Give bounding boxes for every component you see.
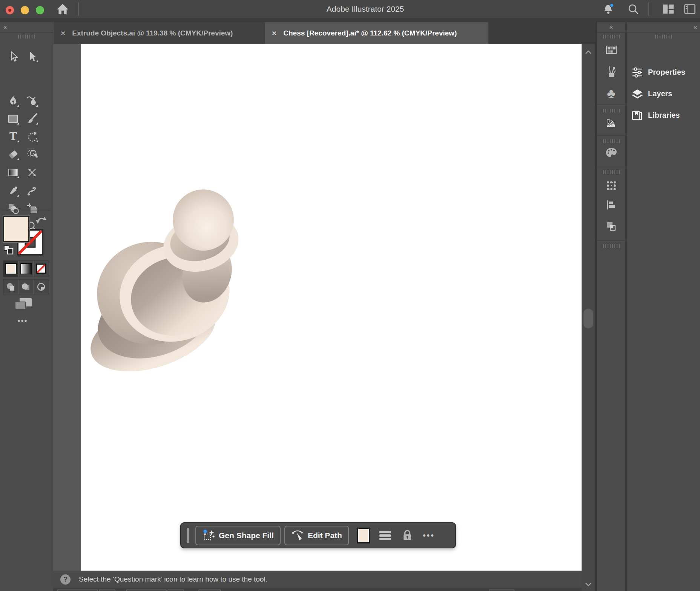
eyedropper-tool-icon[interactable]	[6, 183, 21, 199]
stroke-options-icon[interactable]	[378, 530, 392, 541]
drawing-mode-buttons	[3, 279, 49, 294]
window-seam	[0, 18, 700, 22]
brushes-icon[interactable]	[603, 64, 620, 79]
swatch-grid-icon[interactable]	[603, 42, 620, 57]
more-options-button[interactable]: •••	[423, 531, 435, 540]
pen-tool-icon[interactable]	[6, 94, 21, 109]
clipped-control	[99, 589, 115, 591]
swap-fill-stroke-icon[interactable]	[36, 215, 47, 225]
scroll-down-icon[interactable]	[585, 582, 592, 587]
tab-label: Layers	[648, 89, 672, 98]
titlebar-divider	[78, 2, 79, 16]
transform-icon[interactable]	[603, 178, 620, 193]
app-title: Adobe Illustrator 2025	[316, 0, 415, 18]
illustrator-window: Adobe Illustrator 2025 « × Extrude Objec…	[0, 0, 700, 591]
symbols-panel-icon[interactable]: ♣	[603, 86, 620, 101]
scrollbar-thumb[interactable]	[583, 309, 593, 328]
close-tab-icon[interactable]: ×	[61, 29, 65, 38]
document-tab-extrude[interactable]: × Extrude Objects.ai @ 119.38 % (CMYK/Pr…	[54, 22, 265, 44]
scroll-up-icon[interactable]	[585, 50, 592, 54]
status-message: Select the ‘Question mark’ icon to learn…	[79, 575, 267, 583]
zoom-window-button[interactable]	[36, 6, 44, 14]
properties-icon	[632, 67, 643, 78]
lock-icon[interactable]	[402, 529, 413, 542]
direct-selection-tool-icon[interactable]	[25, 49, 40, 64]
chess-pawn-artwork[interactable]	[53, 44, 582, 571]
tools-panel-collapse[interactable]: «	[0, 22, 53, 32]
gradient-fill-button[interactable]	[18, 261, 34, 277]
home-icon[interactable]	[56, 3, 69, 15]
draw-normal-icon[interactable]	[3, 280, 18, 294]
titlebar-divider	[648, 2, 649, 16]
dock-collapse[interactable]: «	[627, 22, 700, 32]
help-question-icon[interactable]: ?	[60, 574, 71, 585]
gradient-tool-icon[interactable]	[6, 165, 21, 180]
document-tab-chess[interactable]: × Chess [Recovered].ai* @ 112.62 % (CMYK…	[265, 22, 488, 44]
close-tab-icon[interactable]: ×	[272, 29, 276, 38]
rail-collapse[interactable]: «	[597, 22, 625, 33]
paintbrush-tool-icon[interactable]	[25, 111, 40, 126]
tab-layers[interactable]: Layers	[627, 83, 700, 105]
color-fill-button[interactable]	[3, 261, 18, 277]
generative-shape-fill-icon	[202, 529, 215, 542]
shape-builder-tool-icon[interactable]	[25, 147, 40, 162]
eraser-tool-icon[interactable]	[6, 147, 21, 162]
tab-label: Extrude Objects.ai @ 119.38 % (CMYK/Prev…	[72, 29, 233, 37]
rectangle-tool-icon[interactable]	[6, 111, 21, 126]
minimize-window-button[interactable]	[21, 6, 29, 14]
tools-panel: T	[0, 33, 53, 591]
rotate-tool-icon[interactable]	[25, 129, 40, 144]
arrange-documents-icon[interactable]	[662, 4, 675, 14]
tab-label: Libraries	[648, 111, 680, 120]
tab-properties[interactable]: Properties	[627, 62, 700, 83]
workspace-switcher-icon[interactable]	[683, 4, 696, 14]
collapse-chevrons-icon: «	[3, 24, 7, 30]
vertical-scrollbar[interactable]	[582, 44, 595, 591]
panel-grip-handle[interactable]	[603, 139, 620, 143]
arrange-icon[interactable]	[603, 219, 620, 234]
search-icon[interactable]	[627, 3, 640, 15]
fill-color-swatch[interactable]	[357, 528, 370, 543]
edit-path-button[interactable]: Edit Path	[284, 526, 349, 545]
tab-libraries[interactable]: Libraries	[627, 105, 700, 126]
panel-grip-handle[interactable]	[655, 35, 672, 38]
width-tool-icon[interactable]	[25, 165, 40, 180]
drag-handle[interactable]	[187, 528, 189, 543]
no-fill-button[interactable]	[34, 261, 49, 277]
blend-tool-icon[interactable]	[25, 183, 40, 199]
notifications-bell-icon[interactable]	[602, 3, 615, 15]
clipped-control	[126, 589, 167, 591]
fill-color-indicator[interactable]	[3, 216, 29, 242]
default-fill-stroke-icon[interactable]	[3, 245, 14, 255]
selection-tool-icon[interactable]	[6, 49, 21, 64]
rail-divider	[597, 105, 625, 105]
symbols-tool-icon[interactable]	[6, 201, 21, 216]
align-icon[interactable]	[603, 197, 620, 212]
status-bar: ? Select the ‘Question mark’ icon to lea…	[53, 571, 582, 588]
draw-behind-icon[interactable]	[18, 280, 34, 294]
panel-grip-handle[interactable]	[603, 244, 620, 248]
color-palette-icon[interactable]	[603, 145, 620, 160]
panel-grip-handle[interactable]	[603, 170, 620, 174]
color-guide-icon[interactable]	[603, 115, 620, 130]
layers-icon	[632, 89, 643, 99]
close-window-button[interactable]	[6, 6, 14, 14]
document-canvas[interactable]: Gen Shape Fill Edit Path •••	[53, 44, 582, 571]
more-tools-button[interactable]: •••	[11, 317, 34, 325]
gen-shape-fill-button[interactable]: Gen Shape Fill	[195, 526, 281, 545]
clipped-control	[57, 589, 98, 591]
panel-grip-handle[interactable]	[18, 35, 35, 38]
curvature-tool-icon[interactable]	[25, 94, 40, 109]
title-bar: Adobe Illustrator 2025	[0, 0, 700, 18]
type-tool-icon[interactable]: T	[6, 129, 21, 144]
fill-type-buttons	[3, 260, 49, 277]
panel-icon-rail: « ♣	[597, 22, 625, 591]
panel-divider	[2, 211, 51, 211]
button-label: Gen Shape Fill	[219, 531, 274, 540]
panel-grip-handle[interactable]	[603, 109, 620, 112]
artboard-tool-icon[interactable]	[25, 201, 40, 216]
draw-inside-icon[interactable]	[34, 280, 49, 294]
panel-grip-handle[interactable]	[603, 35, 620, 38]
screen-mode-icon[interactable]	[14, 297, 32, 312]
edit-path-icon	[291, 529, 304, 542]
